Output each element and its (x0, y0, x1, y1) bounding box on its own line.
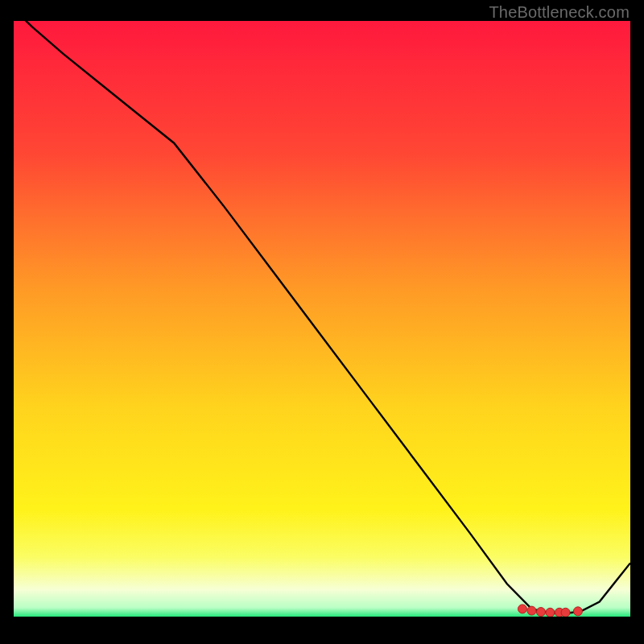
chart-plot-area (14, 21, 630, 617)
optimal-marker (546, 608, 555, 617)
gradient-background (14, 21, 630, 617)
optimal-marker (527, 606, 536, 615)
watermark-text: TheBottleneck.com (489, 3, 630, 22)
optimal-marker (561, 608, 570, 617)
optimal-marker (518, 605, 526, 613)
optimal-marker (573, 607, 582, 616)
optimal-marker (536, 608, 545, 617)
chart-svg (14, 21, 630, 617)
